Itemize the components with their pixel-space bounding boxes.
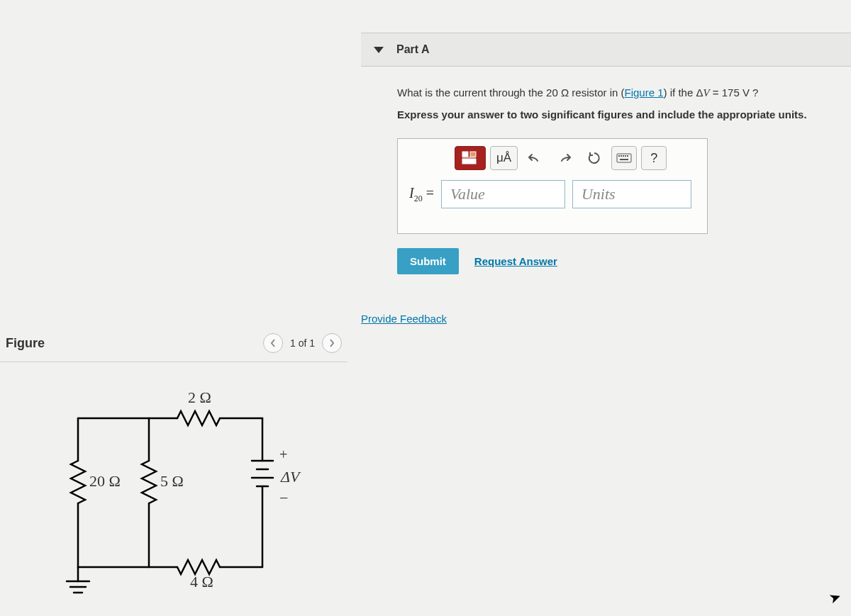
units-mode-button[interactable]: μÅ <box>490 146 518 170</box>
figure-next-button[interactable] <box>322 333 342 353</box>
request-answer-link[interactable]: Request Answer <box>474 255 557 267</box>
templates-button[interactable] <box>455 146 486 170</box>
undo-button[interactable] <box>522 146 547 170</box>
units-input[interactable]: Units <box>572 180 691 208</box>
submit-row: Submit Request Answer <box>397 248 557 274</box>
submit-button[interactable]: Submit <box>397 248 459 274</box>
svg-rect-8 <box>625 155 626 157</box>
figure-header: Figure 1 of 1 <box>0 333 347 362</box>
part-title: Part A <box>396 43 430 56</box>
redo-button[interactable] <box>552 146 577 170</box>
svg-rect-1 <box>470 152 476 157</box>
units-placeholder: Units <box>582 185 616 203</box>
figure-nav: 1 of 1 <box>263 333 342 353</box>
question-instruction: Express your answer to two significant f… <box>397 107 851 123</box>
reset-button[interactable] <box>582 146 607 170</box>
chevron-left-icon <box>270 339 276 347</box>
question-mid: ) if the Δ <box>664 86 703 99</box>
svg-rect-0 <box>462 152 468 157</box>
templates-icon <box>461 150 479 166</box>
figure-link[interactable]: Figure 1 <box>625 86 664 99</box>
redo-icon <box>557 152 572 164</box>
svg-rect-6 <box>621 155 622 157</box>
chevron-right-icon <box>329 339 335 347</box>
label-plus: + <box>279 447 287 463</box>
question-var: V <box>703 87 709 99</box>
circuit-diagram: 2 Ω 20 Ω 5 Ω 4 Ω + − ΔV <box>71 390 305 603</box>
svg-rect-10 <box>620 159 628 160</box>
svg-rect-4 <box>617 154 631 162</box>
svg-rect-9 <box>627 155 628 157</box>
provide-feedback-link[interactable]: Provide Feedback <box>361 313 447 325</box>
label-dv: ΔV <box>281 468 299 486</box>
figure-prev-button[interactable] <box>263 333 283 353</box>
cursor-icon: ➤ <box>826 588 843 607</box>
lhs-var: I <box>409 185 414 201</box>
value-placeholder: Value <box>450 185 485 203</box>
question-text: What is the current through the 20 Ω res… <box>397 85 851 123</box>
lhs-sub: 20 <box>414 194 423 203</box>
svg-rect-2 <box>462 159 476 164</box>
label-r-top: 2 Ω <box>188 388 211 407</box>
undo-icon <box>528 152 542 164</box>
figure-counter: 1 of 1 <box>286 337 319 349</box>
label-minus: − <box>279 489 288 508</box>
keyboard-button[interactable] <box>611 146 637 170</box>
part-header[interactable]: Part A <box>361 33 851 67</box>
lhs-eq: = <box>423 185 434 201</box>
answer-box: μÅ ? I20 = Value Units <box>397 138 708 234</box>
circuit-svg <box>71 390 284 603</box>
value-input[interactable]: Value <box>441 180 565 208</box>
figure-title: Figure <box>6 336 45 351</box>
label-r-bottom: 4 Ω <box>190 573 213 591</box>
answer-input-row: I20 = Value Units <box>398 176 707 215</box>
question-prefix: What is the current through the 20 Ω res… <box>397 86 625 99</box>
answer-toolbar: μÅ ? <box>398 139 707 176</box>
label-r-mid: 5 Ω <box>160 472 184 491</box>
reset-icon <box>588 152 601 164</box>
label-r-left: 20 Ω <box>89 472 121 491</box>
help-button[interactable]: ? <box>641 146 667 170</box>
answer-lhs: I20 = <box>409 185 434 204</box>
question-suffix: = 175 V ? <box>710 86 759 99</box>
collapse-icon <box>374 47 384 53</box>
keyboard-icon <box>616 153 632 163</box>
svg-rect-5 <box>618 155 620 157</box>
svg-rect-7 <box>623 155 624 157</box>
